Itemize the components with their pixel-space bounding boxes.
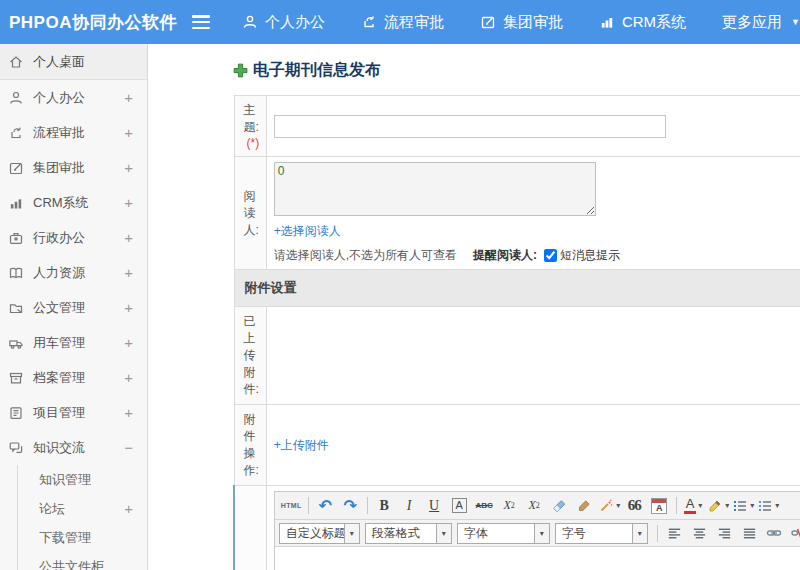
ordered-list-button[interactable]: ▾ xyxy=(732,495,755,517)
sidebar-item-knowledge-exchange[interactable]: 知识交流 − xyxy=(0,430,147,465)
sidebar-item-workflow-approval[interactable]: 流程审批 + xyxy=(0,115,147,150)
redo-button[interactable]: ↷ xyxy=(339,495,362,517)
underline-button[interactable]: U xyxy=(423,495,446,517)
content-row: 内容: (*) HTML ↶ ↷ B I xyxy=(234,486,800,570)
edit-icon xyxy=(480,14,496,30)
align-justify-button[interactable] xyxy=(738,522,761,544)
superscript-button[interactable]: X2 xyxy=(498,495,521,517)
sidebar-item-public-file-cabinet[interactable]: 公共文件柜 xyxy=(18,552,147,570)
attachment-action-label: 附件操作: xyxy=(244,412,259,477)
nav-group-approval[interactable]: 集团审批 xyxy=(480,13,563,32)
insert-link-button[interactable] xyxy=(763,522,786,544)
align-center-button[interactable] xyxy=(688,522,711,544)
align-right-button[interactable] xyxy=(713,522,736,544)
nav-label: CRM系统 xyxy=(622,13,686,32)
page-header: 电子期刊信息发布 xyxy=(233,59,800,81)
archive-icon xyxy=(8,370,24,386)
font-color-button[interactable]: A ▾ xyxy=(682,495,705,517)
paragraph-style-button[interactable]: A xyxy=(648,495,671,517)
expand-toggle[interactable]: + xyxy=(124,194,133,211)
align-justify-icon xyxy=(742,526,757,541)
nav-more-apps[interactable]: 更多应用 ▼ xyxy=(722,13,800,32)
upload-attachment-link[interactable]: +上传附件 xyxy=(274,438,329,452)
caret-down-icon: ▾ xyxy=(632,524,647,543)
expand-toggle[interactable]: + xyxy=(124,89,133,106)
align-right-icon xyxy=(717,526,732,541)
nav-workflow-approval[interactable]: 流程审批 xyxy=(361,13,444,32)
sidebar-item-download-mgmt[interactable]: 下载管理 xyxy=(18,523,147,552)
sidebar-item-admin-office[interactable]: 行政办公 + xyxy=(0,220,147,255)
remind-readers-label: 提醒阅读人: xyxy=(473,247,537,264)
align-center-icon xyxy=(692,526,707,541)
select-readers-link[interactable]: +选择阅读人 xyxy=(274,224,341,238)
sidebar-item-forum[interactable]: 论坛 + xyxy=(18,494,147,523)
sidebar-item-knowledge-mgmt[interactable]: 知识管理 xyxy=(18,465,147,494)
format-painter-button[interactable] xyxy=(573,495,596,517)
sidebar-item-personal-office[interactable]: 个人办公 + xyxy=(0,80,147,115)
subject-input[interactable] xyxy=(274,115,666,138)
uploaded-value xyxy=(266,307,800,405)
top-nav: 个人办公 流程审批 集团审批 CR xyxy=(242,13,800,32)
bold-button[interactable]: B xyxy=(373,495,396,517)
sms-notify-label: 短消息提示 xyxy=(560,247,620,264)
expand-toggle[interactable]: + xyxy=(124,299,133,316)
sidebar-item-hr[interactable]: 人力资源 + xyxy=(0,255,147,290)
heading-select[interactable]: 自定义标题 ▾ xyxy=(279,523,360,544)
font-size-select[interactable]: 字号 ▾ xyxy=(555,523,648,544)
sidebar-item-project-mgmt[interactable]: 项目管理 + xyxy=(0,395,147,430)
highlight-color-button[interactable]: ▾ xyxy=(707,495,730,517)
sidebar-item-vehicle-mgmt[interactable]: 用车管理 + xyxy=(0,325,147,360)
hamburger-menu-icon[interactable] xyxy=(192,15,210,29)
html-source-button[interactable]: HTML xyxy=(280,495,303,517)
sidebar-item-archive-mgmt[interactable]: 档案管理 + xyxy=(0,360,147,395)
auto-typeset-button[interactable]: ▾ xyxy=(598,495,621,517)
caret-down-icon: ▼ xyxy=(791,17,800,27)
expand-toggle[interactable]: + xyxy=(124,334,133,351)
caret-down-icon: ▾ xyxy=(436,524,451,543)
user-icon xyxy=(8,90,24,106)
sms-notify-checkbox[interactable] xyxy=(544,249,557,262)
expand-toggle[interactable]: + xyxy=(124,124,133,141)
chat-bubbles-icon xyxy=(8,440,24,456)
font-style-button[interactable]: A xyxy=(448,495,471,517)
readers-note: 请选择阅读人,不选为所有人可查看 xyxy=(274,247,457,264)
remove-format-button[interactable] xyxy=(548,495,571,517)
unlink-button[interactable] xyxy=(788,522,800,544)
caret-down-icon: ▾ xyxy=(534,524,549,543)
nav-personal-office[interactable]: 个人办公 xyxy=(242,13,325,32)
sidebar-item-document-mgmt[interactable]: 公文管理 + xyxy=(0,290,147,325)
align-left-button[interactable] xyxy=(663,522,686,544)
italic-button[interactable]: I xyxy=(398,495,421,517)
unordered-list-button[interactable]: ▾ xyxy=(757,495,780,517)
undo-button[interactable]: ↶ xyxy=(314,495,337,517)
expand-toggle[interactable]: + xyxy=(124,500,133,517)
strikethrough-button[interactable]: ABC xyxy=(473,495,496,517)
rich-text-editor: HTML ↶ ↷ B I U A ABC X2 xyxy=(274,491,800,570)
page-title: 电子期刊信息发布 xyxy=(253,60,381,81)
sidebar-item-group-approval[interactable]: 集团审批 + xyxy=(0,150,147,185)
editor-content-area[interactable] xyxy=(275,547,800,570)
expand-toggle[interactable]: + xyxy=(124,264,133,281)
subscript-button[interactable]: X2 xyxy=(523,495,546,517)
expand-toggle[interactable]: + xyxy=(124,404,133,421)
nav-crm-system[interactable]: CRM系统 xyxy=(599,13,686,32)
blockquote-button[interactable]: 66 xyxy=(623,495,646,517)
caret-down-icon: ▾ xyxy=(775,501,779,510)
expand-toggle[interactable]: + xyxy=(124,159,133,176)
sidebar-item-personal-desktop[interactable]: 个人桌面 xyxy=(0,44,147,80)
main-content: 电子期刊信息发布 主题: (*) 阅读人: 0 xyxy=(149,44,800,570)
align-left-icon xyxy=(667,526,682,541)
expand-toggle[interactable]: + xyxy=(124,369,133,386)
editor-toolbar-row1: HTML ↶ ↷ B I U A ABC X2 xyxy=(275,492,800,520)
collapse-toggle[interactable]: − xyxy=(124,439,133,456)
readers-label: 阅读人: xyxy=(244,189,259,237)
paragraph-format-select[interactable]: 段落格式 ▾ xyxy=(365,523,452,544)
user-icon xyxy=(242,14,258,30)
caret-down-icon: ▾ xyxy=(616,501,620,510)
sidebar: 个人桌面 个人办公 + 流程审批 + 集团审批 + xyxy=(0,44,148,570)
font-family-select[interactable]: 字体 ▾ xyxy=(457,523,550,544)
readers-textarea[interactable]: 0 xyxy=(274,162,596,216)
sidebar-item-crm[interactable]: CRM系统 + xyxy=(0,185,147,220)
expand-toggle[interactable]: + xyxy=(124,229,133,246)
nav-label: 更多应用 xyxy=(722,13,782,32)
